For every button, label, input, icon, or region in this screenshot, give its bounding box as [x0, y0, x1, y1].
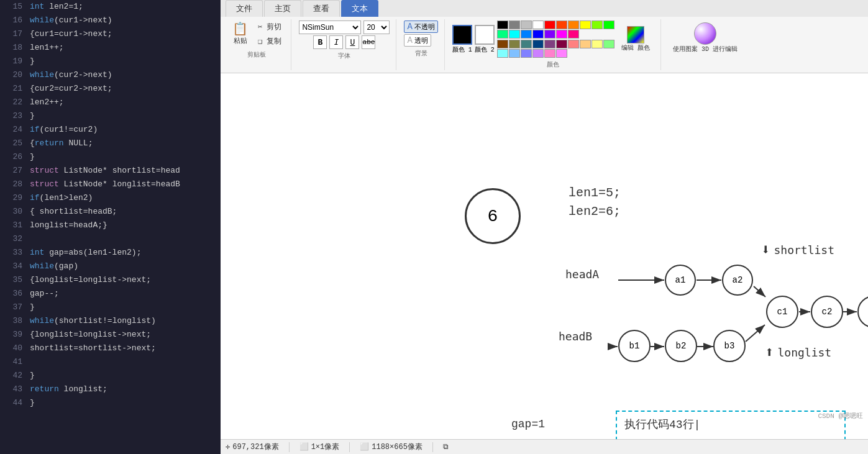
headA-label: headA [565, 268, 599, 281]
line-text [30, 355, 35, 369]
color-cell[interactable] [521, 49, 532, 58]
italic-button[interactable]: I [329, 35, 343, 49]
color-cell[interactable] [544, 40, 555, 48]
color-cell[interactable] [497, 40, 508, 48]
color1-swatch[interactable] [452, 25, 472, 45]
line-text: shortlist=shortlist->next; [30, 342, 156, 355]
background-group: A 不透明 A 透明 背景 [401, 19, 444, 70]
color-cell[interactable] [532, 40, 544, 48]
line-number: 43 [5, 383, 22, 396]
node-c3: c3 [857, 296, 868, 328]
color-cell[interactable] [532, 20, 544, 29]
tab-text[interactable]: 文本 [341, 0, 378, 17]
font-name-select[interactable]: NSimSun [299, 20, 361, 34]
code-line: 27struct ListNode* shortlist=head [0, 164, 221, 178]
cut-button[interactable]: ✂ 剪切 [255, 20, 285, 34]
color-cell[interactable] [556, 20, 567, 29]
opaque-button[interactable]: A 不透明 [404, 20, 437, 33]
copy-button[interactable]: ❑ 复制 [255, 35, 285, 48]
tab-file[interactable]: 文件 [226, 0, 263, 17]
line-number: 22 [5, 96, 22, 109]
color-cell[interactable] [509, 40, 520, 48]
line-number: 15 [5, 0, 22, 14]
font-size-select[interactable]: 20 [363, 20, 390, 34]
line-text: while(cur1->next) [30, 14, 112, 27]
line-text: int len2=1; [30, 0, 83, 14]
color-cell[interactable] [592, 20, 603, 29]
code-line: 30 { shortlist=headB; [0, 205, 221, 219]
line-text: {longlist=longlist->next; [30, 328, 151, 342]
code-line: 18 len1++; [0, 41, 221, 55]
color-cell[interactable] [521, 20, 532, 29]
color-cell[interactable] [497, 30, 508, 39]
color-cell[interactable] [568, 20, 579, 29]
color-cell[interactable] [580, 20, 591, 29]
line-number: 21 [5, 82, 22, 96]
code-line: 23} [0, 109, 221, 123]
color-cell[interactable] [509, 20, 520, 29]
line-text: int gap=abs(len1-len2); [30, 246, 141, 260]
line-text: if(cur1!=cur2) [30, 123, 98, 137]
clipboard-label: 剪贴板 [247, 50, 266, 59]
background-label: 背景 [415, 49, 427, 58]
color-cell[interactable] [509, 49, 520, 58]
tab-view[interactable]: 查看 [303, 0, 340, 17]
line-text: while(shortlist!=longlist) [30, 314, 156, 328]
color-cell[interactable] [556, 40, 567, 48]
color-cell[interactable] [497, 49, 508, 58]
colors-top-row: 颜色 1 颜色 2 编辑 颜色 [452, 20, 654, 58]
line-number: 31 [5, 219, 22, 232]
code-line: 34while(gap) [0, 260, 221, 273]
code-line: 43return longlist; [0, 383, 221, 396]
big-circle-text: 6 [488, 207, 498, 226]
color-cell[interactable] [603, 20, 614, 29]
font-group: NSimSun 20 B I U abe 字体 [296, 19, 396, 70]
line-number: 19 [5, 55, 22, 68]
use3d-button[interactable]: 使用图案 3D 进行编辑 [669, 20, 742, 55]
line-text: {cur2=cur2->next; [30, 82, 112, 96]
color-cell[interactable] [521, 40, 532, 48]
edit-colors-label: 编辑 颜色 [621, 43, 650, 52]
color-cell[interactable] [532, 49, 544, 58]
line-number: 33 [5, 246, 22, 260]
transparent-button[interactable]: A 透明 [404, 34, 431, 47]
status-divider1 [289, 442, 290, 452]
status-size1: ⬜ 1×1像素 [299, 442, 340, 452]
color-cell[interactable] [580, 40, 591, 48]
line-number: 16 [5, 14, 22, 27]
font-row2: B I U abe [313, 35, 375, 49]
color-cell[interactable] [603, 40, 614, 48]
code-line: 25 {return NULL; [0, 137, 221, 150]
line-number: 25 [5, 137, 22, 150]
color-cell[interactable] [568, 30, 579, 39]
code-line: 39{longlist=longlist->next; [0, 328, 221, 342]
edit-colors-button[interactable]: 编辑 颜色 [617, 24, 654, 54]
color-cell[interactable] [592, 40, 603, 48]
color-cell[interactable] [556, 49, 567, 58]
underline-button[interactable]: U [345, 35, 359, 49]
color-cell[interactable] [544, 30, 555, 39]
color-cell[interactable] [556, 30, 567, 39]
color-cell[interactable] [568, 40, 579, 48]
color-cell[interactable] [509, 30, 520, 39]
textbox[interactable]: 执行代码43行| [616, 411, 846, 439]
bold-button[interactable]: B [313, 35, 327, 49]
watermark: CSDN @嗯嗯旺 [818, 411, 863, 420]
strikethrough-button[interactable]: abe [362, 35, 375, 49]
color-cell[interactable] [544, 49, 555, 58]
color-grid-row1 [497, 20, 614, 39]
color2-swatch[interactable] [475, 25, 495, 45]
color-cell[interactable] [521, 30, 532, 39]
background-options: A 不透明 A 透明 [404, 20, 437, 47]
line-text: return longlist; [30, 383, 107, 396]
color-cell[interactable] [544, 20, 555, 29]
color-cell[interactable] [497, 20, 508, 29]
line-number: 26 [5, 150, 22, 164]
tab-home[interactable]: 主页 [264, 0, 301, 17]
paste-icon: 📋 [232, 24, 248, 36]
color-cell[interactable] [532, 30, 544, 39]
paste-button[interactable]: 📋 粘贴 [228, 22, 252, 47]
code-line: 31 longlist=headA;} [0, 219, 221, 232]
color-grid-row2 [497, 40, 614, 58]
canvas-area[interactable]: 6 len1=5; len2=6; ⬇ cur1 ⬇ shortlist hea… [221, 73, 868, 439]
